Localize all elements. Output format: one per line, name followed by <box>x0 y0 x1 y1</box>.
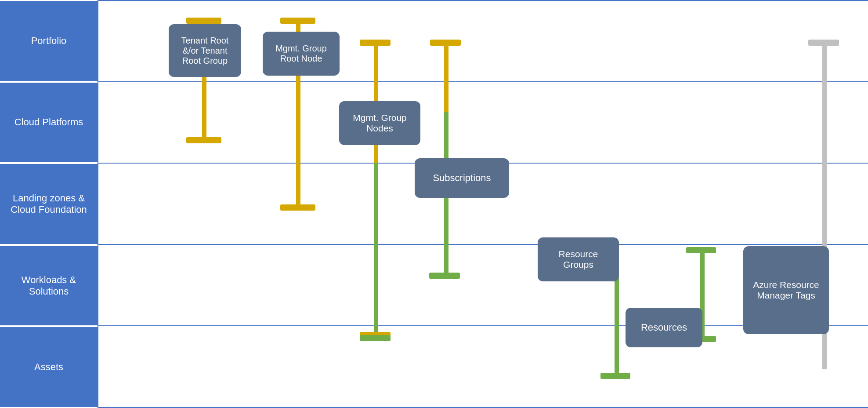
node-resource-groups: Resource Groups <box>538 237 619 281</box>
sidebar: Portfolio Cloud Platforms Landing zones … <box>0 0 98 408</box>
node-resources: Resources <box>626 308 702 347</box>
sidebar-label-workloads: Workloads & Solutions <box>5 274 92 297</box>
node-mgmt-nodes: Mgmt. Group Nodes <box>339 101 420 145</box>
sidebar-label-cloud-platforms: Cloud Platforms <box>14 117 83 128</box>
mgmt-nodes-green-stem <box>374 163 378 339</box>
subs-top-cap <box>430 40 461 46</box>
sidebar-row-portfolio: Portfolio <box>0 0 98 82</box>
sidebar-label-assets: Assets <box>34 361 63 373</box>
mgmt-nodes-top-cap <box>360 40 391 46</box>
node-mgmt-root: Mgmt. Group Root Node <box>263 32 340 76</box>
rg-bottom-cap <box>600 373 630 379</box>
main-area: Tenant Root &/or Tenant Root Group Mgmt.… <box>98 0 868 408</box>
arm-top-cap <box>808 40 839 46</box>
row-line-top <box>98 0 868 1</box>
sidebar-label-portfolio: Portfolio <box>31 35 67 47</box>
diagram-container: Portfolio Cloud Platforms Landing zones … <box>0 0 868 408</box>
mgmt-nodes-bottom-cap <box>360 335 391 341</box>
subs-bottom-cap <box>429 273 460 279</box>
tenant-root-top-cap <box>186 18 221 24</box>
resources-top-cap <box>686 247 716 253</box>
sidebar-row-assets: Assets <box>0 326 98 408</box>
node-subscriptions: Subscriptions <box>415 158 509 198</box>
row-line-1 <box>98 81 868 82</box>
mgmt-root-bottom-cap <box>280 204 315 211</box>
mgmt-root-top-cap <box>280 18 315 24</box>
node-arm-tags: Azure Resource Manager Tags <box>743 246 829 334</box>
subs-gold-upper <box>444 40 448 112</box>
sidebar-row-workloads: Workloads & Solutions <box>0 245 98 327</box>
sidebar-label-landing-zones: Landing zones & Cloud Foundation <box>5 193 92 215</box>
tenant-root-bottom-cap <box>186 137 221 143</box>
sidebar-row-cloud-platforms: Cloud Platforms <box>0 82 98 164</box>
sidebar-row-landing-zones: Landing zones & Cloud Foundation <box>0 163 98 245</box>
node-tenant-root: Tenant Root &/or Tenant Root Group <box>169 24 241 77</box>
row-line-3 <box>98 244 868 245</box>
